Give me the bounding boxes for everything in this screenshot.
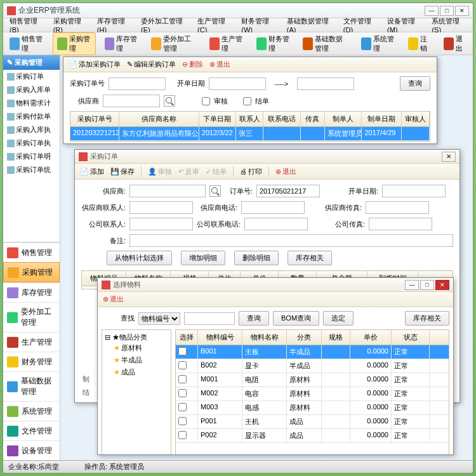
material-row[interactable]: M001电阻原材料0.0000正常 [176, 373, 449, 387]
sidebar-nav-item[interactable]: 文件管理 [3, 421, 60, 440]
toolbar-button[interactable]: 采购管理 [53, 32, 96, 55]
sidebar-header: ✎ 采购管理 [3, 55, 60, 70]
statusbar: 企业名称:乐尚堂 操作员: 系统管理员 [3, 460, 473, 473]
maximize-button[interactable]: □ [420, 280, 434, 290]
sidebar-nav-item[interactable]: 生产管理 [3, 332, 60, 352]
sidebar-nav-item[interactable]: 库存管理 [3, 282, 60, 302]
minimize-button[interactable]: — [405, 280, 419, 290]
search-input[interactable] [184, 312, 235, 325]
material-row[interactable]: M003电感原材料0.0000正常 [176, 401, 449, 415]
toolbar-button[interactable]: 销售管理 [6, 33, 48, 55]
audit-checkbox[interactable] [202, 97, 210, 105]
toolbar-button[interactable]: 库存管理 [101, 33, 143, 55]
sidebar-item[interactable]: 采购入库单 [3, 83, 60, 96]
company-phone-input[interactable] [244, 218, 308, 230]
minimize-button[interactable]: — [425, 6, 439, 16]
date-input[interactable] [382, 185, 446, 197]
grid-row[interactable]: 201203221212东方亿利旅游用品有限公司2012/3/22张三系统管理员… [70, 127, 430, 141]
material-row[interactable]: B001主板半成品0.0000正常 [176, 345, 449, 359]
sidebar-nav-item[interactable]: 委外加工管理 [3, 302, 60, 332]
supplier-input[interactable] [103, 95, 160, 107]
bom-query-button[interactable]: BOM查询 [273, 311, 319, 326]
tree-root[interactable]: ⊟ ★物品分类 [105, 333, 168, 342]
toolbar-button[interactable]: 系统管理 [357, 33, 399, 55]
material-grid: 选择物料编号物料名称分类规格单价状态 B001主板半成品0.0000正常B002… [175, 329, 449, 454]
edit-order-button[interactable]: ✎ 编辑采购订单 [127, 60, 176, 69]
sidebar: ✎ 采购管理 采购订单采购入库单物料需求计采购付款单采购入库执采购订单执采购订单… [3, 55, 60, 460]
supplier-input[interactable] [129, 185, 206, 197]
sidebar-item[interactable]: 采购订单 [3, 70, 60, 83]
order-no-input[interactable] [256, 185, 320, 197]
sidebar-item[interactable]: 采购订单统 [3, 163, 60, 176]
close-button[interactable]: ✕ [455, 6, 469, 16]
close-button[interactable]: ✕ [435, 280, 449, 290]
exit-button[interactable]: ⊗ 退出 [275, 167, 296, 176]
toolbar-button[interactable]: 退出 [440, 33, 470, 55]
content-area: 📄 添加采购订单 ✎ 编辑采购订单 ⊖ 删除 ⊗ 退出 采购订单号 开单日期 -… [60, 55, 473, 460]
supplier-contact-input[interactable] [129, 201, 193, 214]
sidebar-item[interactable]: 采购订单执 [3, 136, 60, 150]
sidebar-nav-item[interactable]: 销售管理 [3, 242, 60, 262]
toolbar-button[interactable]: 委外加工管理 [147, 33, 200, 55]
add-order-button[interactable]: 📄 添加采购订单 [69, 60, 121, 69]
maximize-button[interactable]: □ [440, 6, 454, 16]
add-detail-button[interactable]: 增加明细 [181, 251, 225, 265]
sidebar-item[interactable]: 采购入库执 [3, 123, 60, 136]
main-window: 企业ERP管理系统 — □ ✕ 销售管理(B)采购管理(R)库存管理(H)委外加… [3, 3, 473, 473]
form-icon [79, 152, 88, 161]
toolbar-button[interactable]: 财务管理 [253, 33, 294, 55]
main-toolbar: 销售管理采购管理库存管理委外加工管理生产管理财务管理基础数据管理系统管理注销退出 [3, 32, 473, 55]
sidebar-item[interactable]: 采购订单明 [3, 150, 60, 163]
sidebar-nav-item[interactable]: 采购管理 [3, 262, 60, 282]
select-button[interactable]: 选定 [323, 311, 354, 326]
sidebar-nav-item[interactable]: 财务管理 [3, 352, 60, 371]
sidebar-item[interactable]: 物料需求计 [3, 96, 60, 110]
material-row[interactable]: B002显卡半成品0.0000正常 [176, 359, 449, 373]
material-row[interactable]: P001主机成品0.0000正常 [176, 415, 449, 429]
sidebar-bottom: 销售管理采购管理库存管理委外加工管理生产管理财务管理基础数据管理系统管理文件管理… [3, 242, 60, 460]
query-button[interactable]: 查询 [400, 76, 430, 91]
unaudit-button[interactable]: ↶ 反审 [178, 167, 199, 176]
save-button[interactable]: 💾 保存 [110, 167, 135, 176]
close-order-button[interactable]: ✓ 结单 [206, 167, 227, 176]
material-row[interactable]: P002显示器成品0.0000正常 [176, 429, 449, 443]
search-icon[interactable] [209, 185, 221, 197]
del-detail-button[interactable]: 删除明细 [234, 251, 279, 265]
toolbar-button[interactable]: 生产管理 [206, 33, 248, 55]
company-contact-input[interactable] [129, 218, 193, 230]
tree-node[interactable]: ★半成品 [105, 354, 168, 366]
material-row[interactable]: M002电容原材料0.0000正常 [176, 387, 449, 401]
toolbar-button[interactable]: 基础数据管理 [299, 33, 352, 55]
search-icon[interactable] [164, 95, 175, 107]
supplier-fax-input[interactable] [366, 201, 429, 214]
exit-button[interactable]: ⊗ 退出 [103, 294, 124, 304]
sidebar-nav-item[interactable]: 系统管理 [3, 401, 60, 421]
form-icon [102, 281, 110, 289]
stock-button[interactable]: 库存相关 [288, 251, 332, 265]
supplier-phone-input[interactable] [241, 201, 305, 214]
tree-node[interactable]: ★成品 [105, 366, 168, 378]
remark-input[interactable] [129, 234, 453, 247]
close-checkbox[interactable] [243, 97, 251, 105]
add-button[interactable]: 📄 添加 [80, 167, 104, 176]
sidebar-item[interactable]: 采购付款单 [3, 110, 60, 123]
from-plan-button[interactable]: 从物料计划选择 [107, 251, 172, 265]
sidebar-nav-item[interactable]: 基础数据管理 [3, 371, 60, 401]
sidebar-nav-item[interactable]: 设备管理 [3, 440, 60, 460]
print-button[interactable]: 🖨 打印 [240, 167, 262, 176]
query-button[interactable]: 查询 [239, 311, 269, 326]
dialog2-title: 采购订单 ✕ [75, 150, 459, 164]
category-tree: ⊟ ★物品分类 ★原材料★半成品★成品 [102, 329, 171, 454]
delete-order-button[interactable]: ⊖ 删除 [182, 60, 203, 69]
audit-button[interactable]: 👤 审核 [148, 167, 172, 176]
close-icon[interactable]: ✕ [442, 152, 456, 162]
company-fax-input[interactable] [369, 218, 432, 230]
date-to-input[interactable] [297, 77, 354, 90]
search-field-select[interactable]: 物料编号 [138, 312, 180, 325]
toolbar-button[interactable]: 注销 [404, 33, 435, 55]
exit-button[interactable]: ⊗ 退出 [209, 60, 230, 69]
stock-button[interactable]: 库存相关 [405, 311, 449, 326]
date-from-input[interactable] [209, 77, 266, 90]
order-no-input[interactable] [109, 77, 166, 90]
tree-node[interactable]: ★原材料 [105, 342, 168, 354]
